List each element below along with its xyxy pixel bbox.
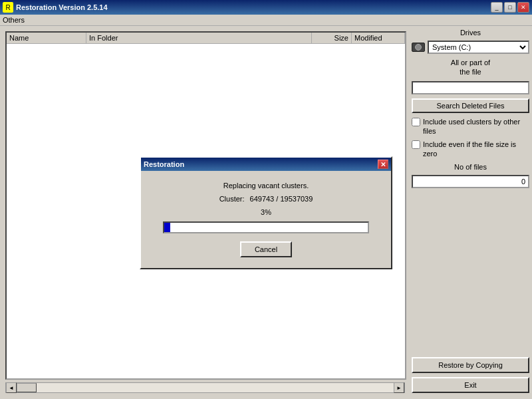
progress-bar-container bbox=[163, 221, 369, 233]
include-zero-size-checkbox[interactable] bbox=[412, 140, 420, 149]
horizontal-scrollbar[interactable]: ◄ ► bbox=[5, 382, 405, 393]
title-bar-buttons: _ □ ✕ bbox=[491, 2, 529, 13]
file-list-header: Name In Folder Size Modified bbox=[7, 33, 405, 44]
close-button[interactable]: ✕ bbox=[517, 2, 529, 13]
hdd-icon bbox=[412, 43, 425, 52]
cluster-value: 649743 / 19537039 bbox=[250, 195, 313, 203]
drives-label: Drives bbox=[412, 29, 529, 37]
column-infolder: In Folder bbox=[86, 33, 312, 43]
include-zero-size-row: Include even if the file size is zero bbox=[412, 140, 529, 159]
drives-select-row: System (C:) bbox=[412, 41, 529, 54]
no-of-files-input[interactable] bbox=[412, 175, 529, 188]
column-name: Name bbox=[7, 33, 86, 43]
restore-by-copying-button[interactable]: Restore by Copying bbox=[412, 357, 529, 373]
title-bar: R Restoration Version 2.5.14 _ □ ✕ bbox=[0, 0, 532, 15]
dialog-percent: 3% bbox=[261, 208, 271, 216]
file-filter-input[interactable] bbox=[412, 81, 529, 94]
right-panel: Drives System (C:) All or part ofthe fil… bbox=[409, 26, 532, 396]
include-zero-size-label: Include even if the file size is zero bbox=[423, 140, 529, 159]
dialog-cancel-button[interactable]: Cancel bbox=[240, 241, 292, 257]
cluster-label: Cluster: bbox=[219, 195, 245, 203]
dialog-close-button[interactable]: ✕ bbox=[378, 160, 388, 169]
no-of-files-label: No of files bbox=[412, 163, 529, 171]
progress-bar-fill bbox=[164, 223, 170, 232]
include-used-clusters-label: Include used clusters by other files bbox=[423, 117, 529, 136]
column-modified: Modified bbox=[352, 33, 405, 43]
scroll-track[interactable] bbox=[17, 383, 394, 392]
dialog-cluster-row: Cluster: 649743 / 19537039 bbox=[219, 195, 313, 203]
dialog-message: Replacing vacant clusters. bbox=[223, 182, 309, 190]
drive-dropdown[interactable]: System (C:) bbox=[428, 41, 529, 54]
menu-bar: Others bbox=[0, 15, 532, 26]
include-used-clusters-checkbox[interactable] bbox=[412, 118, 420, 126]
app-icon: R bbox=[3, 2, 13, 13]
scroll-thumb[interactable] bbox=[17, 383, 37, 392]
app-title: Restoration Version 2.5.14 bbox=[16, 3, 491, 11]
menu-others[interactable]: Others bbox=[3, 16, 25, 24]
exit-button[interactable]: Exit bbox=[412, 377, 529, 393]
maximize-button[interactable]: □ bbox=[504, 2, 516, 13]
dialog-title-bar: Restoration ✕ bbox=[141, 158, 391, 171]
dialog-title: Restoration bbox=[144, 160, 378, 168]
scroll-right-arrow[interactable]: ► bbox=[394, 382, 404, 393]
file-filter-label: All or part ofthe file bbox=[412, 58, 529, 77]
minimize-button[interactable]: _ bbox=[491, 2, 503, 13]
include-used-clusters-row: Include used clusters by other files bbox=[412, 117, 529, 136]
search-deleted-files-button[interactable]: Search Deleted Files bbox=[412, 98, 529, 113]
spacer bbox=[412, 192, 529, 353]
dialog-body: Replacing vacant clusters. Cluster: 6497… bbox=[141, 171, 391, 268]
scroll-left-arrow[interactable]: ◄ bbox=[6, 382, 17, 393]
restoration-dialog: Restoration ✕ Replacing vacant clusters.… bbox=[140, 156, 392, 269]
column-size: Size bbox=[312, 33, 352, 43]
